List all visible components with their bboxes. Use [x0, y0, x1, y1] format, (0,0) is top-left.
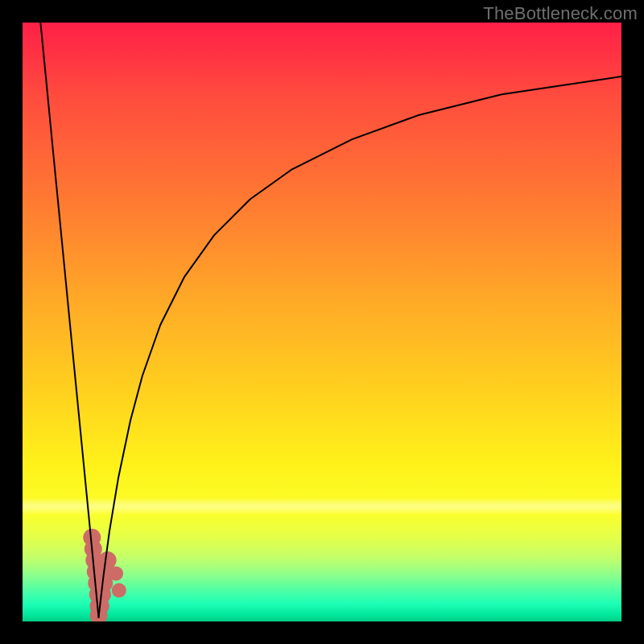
chart-svg: [23, 23, 621, 621]
marker-dot: [109, 566, 123, 580]
watermark-text: TheBottleneck.com: [483, 3, 638, 24]
series-right-branch: [98, 76, 621, 617]
image-frame: TheBottleneck.com: [0, 0, 644, 644]
marker-group-coral-dots: [83, 529, 126, 621]
marker-dot: [112, 583, 126, 597]
marker-dot: [99, 551, 117, 569]
plot-area: [23, 23, 621, 621]
series-left-branch: [40, 23, 98, 617]
